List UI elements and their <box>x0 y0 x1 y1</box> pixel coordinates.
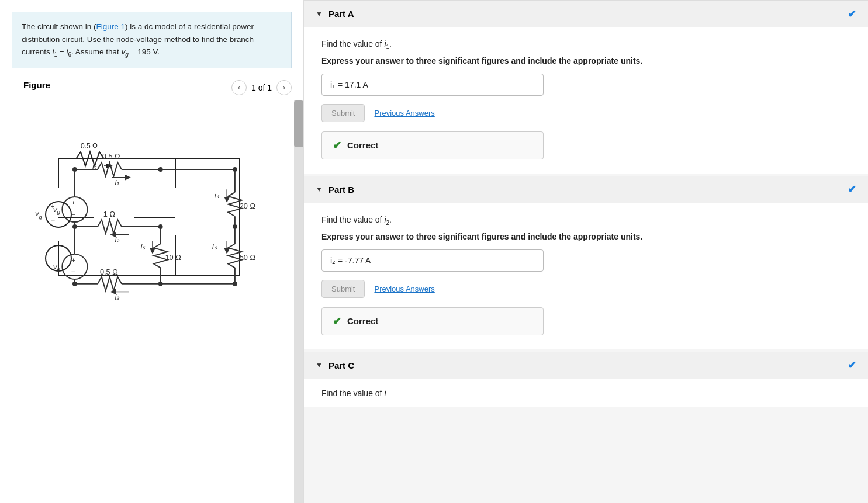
part-a-title: Part A <box>328 9 354 19</box>
part-c-check: ✔ <box>848 359 856 372</box>
figure-next-button[interactable]: › <box>276 80 292 95</box>
svg-text:i₁: i₁ <box>115 178 119 187</box>
figure-label: Figure <box>23 80 50 90</box>
part-b-input[interactable] <box>321 249 544 272</box>
part-b-section: ▼ Part B ✔ Find the value of i2. Express… <box>304 176 868 349</box>
part-b-submit-button[interactable]: Submit <box>321 280 365 298</box>
part-a-submit-row: Submit Previous Answers <box>321 104 850 122</box>
part-b-express-text: Express your answer to three significant… <box>321 232 850 241</box>
svg-text:i₂: i₂ <box>115 235 120 244</box>
part-a-answer-row <box>321 74 850 96</box>
svg-text:i₅: i₅ <box>140 242 146 251</box>
part-c-section: ▼ Part C ✔ Find the value of i <box>304 352 868 407</box>
figure-link[interactable]: Figure 1 <box>96 22 126 31</box>
figure-nav: Figure ‹ 1 of 1 › <box>0 80 303 100</box>
part-b-prev-answers[interactable]: Previous Answers <box>374 285 434 293</box>
part-b-correct-badge: ✔ Correct <box>321 307 544 335</box>
part-b-check: ✔ <box>848 183 856 196</box>
svg-text:−: − <box>71 210 75 218</box>
svg-text:i₃: i₃ <box>115 293 120 301</box>
svg-text:+: + <box>71 255 75 263</box>
part-a-prev-answers[interactable]: Previous Answers <box>374 109 434 117</box>
part-b-header: ▼ Part B ✔ <box>304 176 868 203</box>
figure-nav-controls: ‹ 1 of 1 › <box>231 80 292 95</box>
svg-text:vg: vg <box>53 262 61 272</box>
part-b-answer-row <box>321 249 850 272</box>
part-a-correct-label: Correct <box>347 140 378 150</box>
svg-text:i₆: i₆ <box>212 242 217 251</box>
part-a-find-text: Find the value of i1. <box>321 39 850 50</box>
svg-point-64 <box>158 167 163 172</box>
svg-point-63 <box>72 167 77 172</box>
right-panel: ▼ Part A ✔ Find the value of i1. Express… <box>304 0 868 503</box>
svg-text:+: + <box>71 199 75 206</box>
svg-point-67 <box>233 224 237 229</box>
figure-prev-button[interactable]: ‹ <box>231 80 247 95</box>
svg-text:vg: vg <box>53 205 61 215</box>
part-b-submit-row: Submit Previous Answers <box>321 280 850 298</box>
part-a-correct-badge: ✔ Correct <box>321 131 544 159</box>
svg-point-69 <box>158 282 163 286</box>
part-b-find-text: Find the value of i2. <box>321 215 850 226</box>
part-a-express-text: Express your answer to three significant… <box>321 56 850 65</box>
part-a-section: ▼ Part A ✔ Find the value of i1. Express… <box>304 0 868 174</box>
part-b-correct-label: Correct <box>347 316 378 326</box>
svg-point-70 <box>233 282 237 286</box>
svg-text:50 Ω: 50 Ω <box>240 253 255 262</box>
svg-text:0.5 Ω: 0.5 Ω <box>100 268 118 276</box>
circuit-diagram-clean: 0.5 Ω i₁ 20 Ω i₄ <box>18 133 286 314</box>
part-a-collapse[interactable]: ▼ <box>316 10 323 18</box>
svg-text:i₄: i₄ <box>215 191 220 200</box>
svg-text:10 Ω: 10 Ω <box>165 253 181 262</box>
part-a-input[interactable] <box>321 74 544 96</box>
svg-point-66 <box>158 224 163 229</box>
part-c-header: ▼ Part C ✔ <box>304 352 868 379</box>
part-c-body: Find the value of i <box>304 379 868 407</box>
part-b-collapse[interactable]: ▼ <box>316 185 323 193</box>
left-panel: The circuit shown in (Figure 1) is a dc … <box>0 0 304 503</box>
svg-point-65 <box>233 167 237 172</box>
part-c-collapse[interactable]: ▼ <box>316 361 323 369</box>
scroll-thumb[interactable] <box>294 100 303 147</box>
figure-page: 1 of 1 <box>251 83 272 92</box>
svg-point-71 <box>72 224 77 229</box>
part-c-find-text: Find the value of i <box>321 388 850 398</box>
part-b-title: Part B <box>328 185 354 195</box>
part-c-title: Part C <box>328 360 354 370</box>
svg-text:20 Ω: 20 Ω <box>240 201 255 210</box>
part-a-correct-check-icon: ✔ <box>333 139 341 152</box>
part-a-header: ▼ Part A ✔ <box>304 1 868 27</box>
circuit-svg-area: 0.5 Ω i₁ + − vg <box>0 100 303 328</box>
part-b-body: Find the value of i2. Express your answe… <box>304 203 868 349</box>
svg-text:0.5 Ω: 0.5 Ω <box>102 152 120 161</box>
part-b-correct-check-icon: ✔ <box>333 315 341 328</box>
figure-scrollbar[interactable] <box>294 100 303 503</box>
svg-point-68 <box>72 282 77 286</box>
part-a-submit-button[interactable]: Submit <box>321 104 365 122</box>
svg-text:1 Ω: 1 Ω <box>103 210 115 218</box>
svg-text:−: − <box>71 268 75 275</box>
figure-container: 0.5 Ω i₁ + − vg <box>0 100 303 503</box>
part-a-check: ✔ <box>848 8 856 20</box>
part-a-body: Find the value of i1. Express your answe… <box>304 27 868 174</box>
problem-description: The circuit shown in (Figure 1) is a dc … <box>12 12 292 68</box>
